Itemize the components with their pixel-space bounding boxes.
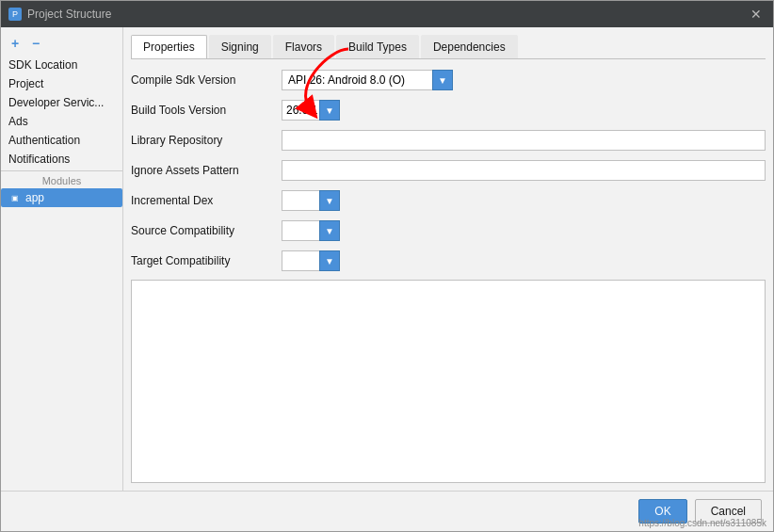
sidebar-item-developer-services[interactable]: Developer Servic... (1, 93, 122, 112)
sidebar-item-app-label: app (25, 191, 44, 204)
form-area: Compile Sdk Version API 26: Android 8.0 … (131, 69, 766, 272)
incremental-dex-dropdown: ▼ (282, 190, 340, 211)
close-button[interactable]: ✕ (747, 5, 766, 24)
ignore-assets-label: Ignore Assets Pattern (131, 164, 282, 177)
tab-flavors[interactable]: Flavors (273, 35, 334, 58)
tabs: Properties Signing Flavors Build Types D… (131, 35, 766, 59)
source-compat-dropdown: ▼ (282, 220, 340, 241)
compile-sdk-value: API 26: Android 8.0 (O) (282, 70, 432, 90)
build-tools-value: 26.0.1 (282, 100, 319, 121)
title-bar: P Project Structure ✕ (1, 1, 773, 27)
build-tools-row: Build Tools Version 26.0.1 ▼ (131, 99, 766, 121)
modules-separator: Modules (1, 170, 122, 188)
module-icon: ▣ (8, 191, 22, 204)
incremental-dex-dropdown-btn[interactable]: ▼ (319, 190, 340, 211)
target-compat-label: Target Compatibility (131, 254, 282, 267)
ignore-assets-input[interactable] (282, 160, 766, 181)
compile-sdk-dropdown: API 26: Android 8.0 (O) ▼ (282, 70, 453, 90)
add-button[interactable]: + (7, 35, 24, 52)
tab-dependencies[interactable]: Dependencies (421, 35, 518, 58)
incremental-dex-label: Incremental Dex (131, 194, 282, 207)
tab-properties[interactable]: Properties (131, 35, 207, 58)
compile-sdk-label: Compile Sdk Version (131, 73, 282, 87)
library-repo-label: Library Repository (131, 134, 282, 147)
dialog-title: Project Structure (27, 8, 111, 21)
source-compat-label: Source Compatibility (131, 224, 282, 237)
ignore-assets-row: Ignore Assets Pattern (131, 159, 766, 182)
sidebar-item-authentication[interactable]: Authentication (1, 131, 122, 150)
sidebar-item-sdk-location[interactable]: SDK Location (1, 56, 122, 74)
target-compat-dropdown: ▼ (282, 250, 340, 271)
watermark: https://blog.csdn.net/s311085k (638, 518, 766, 528)
build-tools-dropdown-btn[interactable]: ▼ (319, 100, 340, 121)
incremental-dex-row: Incremental Dex ▼ (131, 189, 766, 212)
source-compat-row: Source Compatibility ▼ (131, 219, 766, 242)
info-text-area (131, 280, 766, 483)
build-tools-label: Build Tools Version (131, 104, 282, 117)
main-content: Properties Signing Flavors Build Types D… (123, 27, 773, 491)
app-icon: P (8, 8, 22, 21)
target-compat-dropdown-btn[interactable]: ▼ (319, 250, 340, 271)
target-compat-value (282, 250, 319, 271)
target-compat-row: Target Compatibility ▼ (131, 250, 766, 272)
library-repo-row: Library Repository (131, 129, 766, 152)
build-tools-dropdown: 26.0.1 ▼ (282, 100, 340, 121)
tab-build-types[interactable]: Build Types (336, 35, 419, 58)
sidebar-item-ads[interactable]: Ads (1, 112, 122, 131)
sidebar: + − SDK Location Project Developer Servi… (1, 27, 123, 491)
sidebar-toolbar: + − (1, 31, 122, 56)
incremental-dex-value (282, 190, 319, 211)
compile-sdk-row: Compile Sdk Version API 26: Android 8.0 … (131, 69, 766, 91)
sidebar-item-project[interactable]: Project (1, 74, 122, 93)
compile-sdk-dropdown-btn[interactable]: ▼ (432, 70, 453, 90)
remove-button[interactable]: − (27, 35, 44, 52)
sidebar-item-notifications[interactable]: Notifications (1, 150, 122, 169)
library-repo-input[interactable] (282, 130, 766, 151)
sidebar-item-app[interactable]: ▣ app (1, 188, 122, 207)
source-compat-value (282, 220, 319, 241)
source-compat-dropdown-btn[interactable]: ▼ (319, 220, 340, 241)
tab-signing[interactable]: Signing (209, 35, 271, 58)
